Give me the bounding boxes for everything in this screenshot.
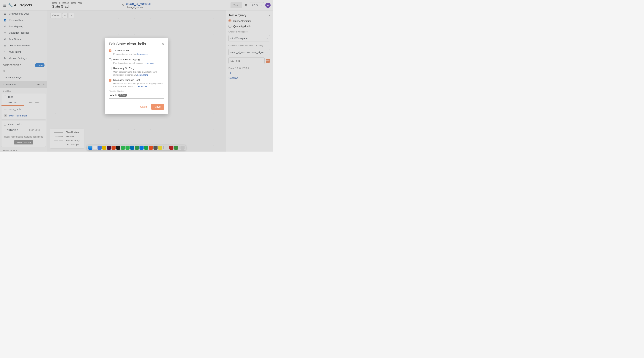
classifier-pipeline-label: Classifier Pipeline — [109, 90, 164, 92]
edit-state-modal: Edit State: clean_hello✕ ✓Terminal State… — [105, 38, 168, 114]
checkbox-unchecked-icon — [109, 67, 112, 70]
checkbox-row[interactable]: ✓Terminal State — [109, 49, 164, 52]
learn-more-link[interactable]: Learn more — [136, 85, 147, 88]
checkbox-checked-icon: ✓ — [109, 79, 112, 82]
checkbox-unchecked-icon — [109, 58, 112, 61]
modal-overlay[interactable]: Edit State: clean_hello✕ ✓Terminal State… — [0, 0, 273, 151]
close-button[interactable]: Close — [138, 104, 150, 110]
chevron-down-icon: ▼ — [162, 94, 164, 96]
checkbox-checked-icon: ✓ — [109, 50, 112, 52]
checkbox-row[interactable]: Reclassify On Entry — [109, 67, 164, 70]
learn-more-link[interactable]: Learn more — [137, 53, 148, 55]
classifier-pipeline-select[interactable]: default Default ▼ — [109, 92, 164, 99]
option-description: Marks a state as terminal. Learn more — [113, 53, 164, 56]
option-description: Enables parts of speech tagging. Learn m… — [113, 62, 164, 65]
option-description: Utterances can pass through root if no o… — [113, 82, 164, 88]
close-icon[interactable]: ✕ — [162, 42, 164, 46]
option-description: Upon transitioning to this state, classi… — [113, 71, 164, 76]
checkbox-row[interactable]: Parts of Speech Tagging — [109, 58, 164, 61]
modal-title: Edit State: clean_hello — [109, 42, 146, 46]
learn-more-link[interactable]: Learn more — [137, 74, 148, 76]
learn-more-link[interactable]: Learn more — [144, 62, 154, 64]
checkbox-row[interactable]: ✓Reclassify Through Root — [109, 79, 164, 82]
save-button[interactable]: Save — [151, 104, 164, 110]
